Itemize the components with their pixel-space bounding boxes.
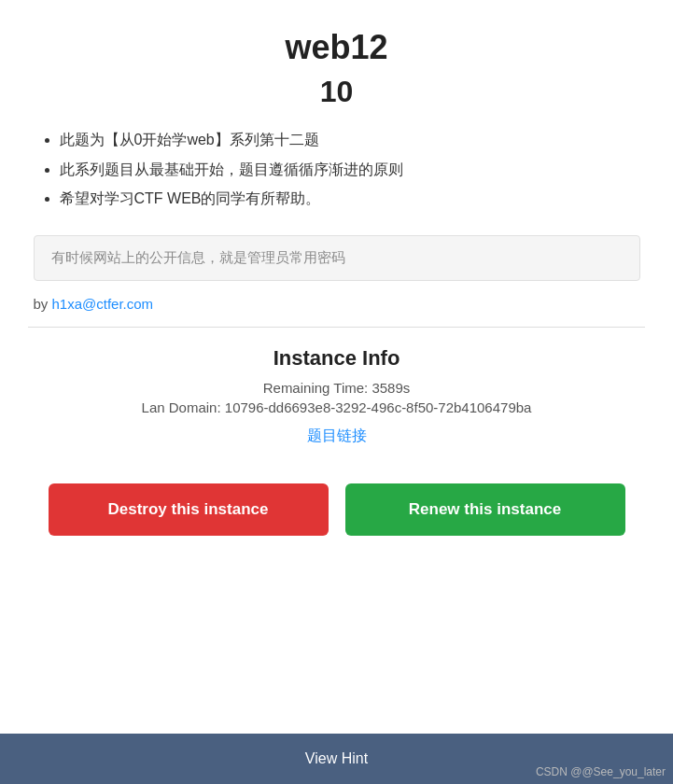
lan-domain-value: 10796-dd6693e8-3292-496c-8f50-72b4106479… [225,399,532,415]
list-item: 希望对学习CTF WEB的同学有所帮助。 [60,187,640,211]
remaining-time-label: Remaining Time: [263,380,372,396]
instance-title: Instance Info [273,346,400,371]
section-divider [28,327,645,328]
lan-domain: Lan Domain: 10796-dd6693e8-3292-496c-8f5… [142,399,532,415]
by-line: by h1xa@ctfer.com [34,296,640,312]
page-title: web12 [285,28,387,67]
lan-domain-label: Lan Domain: [142,399,225,415]
buttons-row: Destroy this instance Renew this instanc… [34,483,640,536]
renew-button[interactable]: Renew this instance [345,483,625,536]
challenge-link[interactable]: 题目链接 [307,427,367,446]
bullet-list: 此题为【从0开始学web】系列第十二题 此系列题目从最基础开始，题目遵循循序渐进… [34,128,640,217]
list-item: 此题为【从0开始学web】系列第十二题 [60,128,640,152]
remaining-time: Remaining Time: 3589s [263,380,411,396]
page-wrapper: web12 10 此题为【从0开始学web】系列第十二题 此系列题目从最基础开始… [0,0,673,784]
by-prefix: by [34,296,52,312]
score: 10 [320,75,354,109]
hint-box-text: 有时候网站上的公开信息，就是管理员常用密码 [51,249,345,265]
destroy-button[interactable]: Destroy this instance [49,483,329,536]
remaining-time-value: 3589s [372,380,410,396]
hint-box: 有时候网站上的公开信息，就是管理员常用密码 [34,235,640,281]
watermark: CSDN @@See_you_later [536,765,666,778]
instance-section: Instance Info Remaining Time: 3589s Lan … [34,346,640,465]
author-email-link[interactable]: h1xa@ctfer.com [52,296,154,312]
list-item: 此系列题目从最基础开始，题目遵循循序渐进的原则 [60,158,640,182]
